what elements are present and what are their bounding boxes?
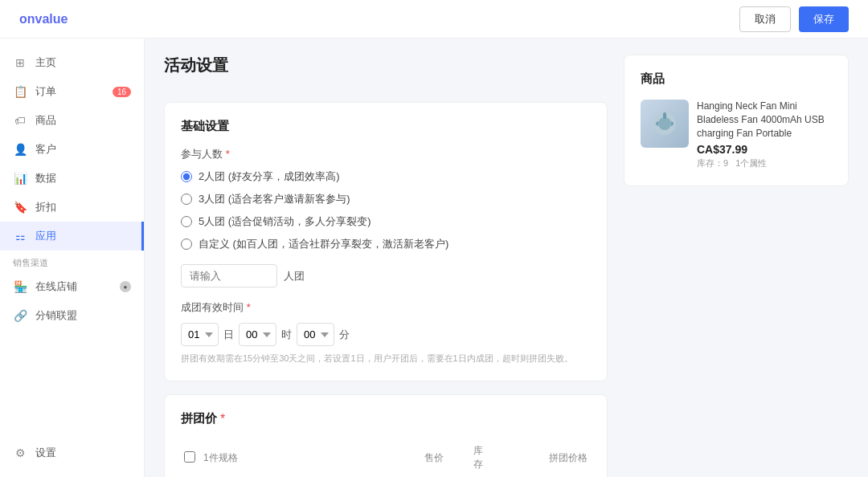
select-all-checkbox[interactable]: [184, 451, 195, 463]
cancel-button[interactable]: 取消: [739, 6, 791, 32]
product-image: [649, 108, 681, 140]
th-sale-price: 售价: [421, 438, 470, 477]
sales-channel-label: 销售渠道: [0, 251, 144, 272]
sidebar-item-settings[interactable]: ⚙ 设置: [0, 438, 144, 467]
radio-5-person[interactable]: 5人团 (适合促销活动，多人分享裂变): [181, 214, 591, 229]
customer-icon: 👤: [13, 142, 27, 157]
th-group-price: 拼团价格: [493, 438, 591, 477]
sidebar-item-discounts[interactable]: 🔖 折扣: [0, 193, 144, 222]
sidebar-item-orders[interactable]: 📋 订单 16: [0, 77, 144, 106]
sidebar-item-apps[interactable]: ⚏ 应用: [0, 222, 144, 251]
network-icon: 🔗: [13, 308, 27, 323]
apps-icon: ⚏: [13, 229, 27, 243]
product-panel-card: 商品 Hanging Neck Fan Mini Bladeless Fan 4…: [624, 55, 849, 186]
app-logo: onvalue: [19, 12, 68, 26]
home-icon: ⊞: [13, 55, 27, 70]
right-column: 商品 Hanging Neck Fan Mini Bladeless Fan 4…: [624, 55, 849, 461]
svg-rect-2: [663, 112, 666, 119]
radio-custom[interactable]: 自定义 (如百人团，适合社群分享裂变，激活新老客户): [181, 237, 591, 251]
sidebar: ⊞ 主页 📋 订单 16 🏷 商品 👤 客户 📊 数据 🔖 折扣 ⚏ 应用 销售…: [0, 39, 145, 477]
required-marker: *: [226, 148, 230, 160]
hour-label: 时: [281, 328, 292, 342]
th-spec: 1件规格: [200, 438, 421, 477]
store-settings-dot[interactable]: ●: [120, 281, 131, 292]
min-label: 分: [339, 328, 350, 342]
sidebar-item-products[interactable]: 🏷 商品: [0, 106, 144, 135]
duration-row: 01 日 00 时 00 分: [181, 323, 591, 346]
group-size-label: 参与人数 *: [181, 147, 591, 161]
sidebar-item-customers[interactable]: 👤 客户: [0, 135, 144, 164]
top-bar: onvalue 取消 保存: [0, 0, 868, 39]
save-button[interactable]: 保存: [799, 6, 849, 32]
duration-label: 成团有效时间 *: [181, 300, 591, 315]
radio-2-person[interactable]: 2人团 (好友分享，成团效率高): [181, 169, 591, 184]
group-price-title-row: 拼团价 *: [181, 411, 591, 426]
product-thumbnail: [641, 100, 689, 148]
sidebar-item-online-store[interactable]: 🏪 在线店铺 ●: [0, 272, 144, 301]
basic-settings-title: 基础设置: [181, 119, 591, 134]
main-layout: ⊞ 主页 📋 订单 16 🏷 商品 👤 客户 📊 数据 🔖 折扣 ⚏ 应用 销售…: [0, 39, 868, 477]
store-icon: 🏪: [13, 279, 27, 294]
chart-icon: 📊: [13, 171, 27, 186]
product-name: Hanging Neck Fan Mini Bladeless Fan 4000…: [697, 100, 832, 140]
th-stock: 库存: [470, 438, 492, 477]
page-title: 活动设置: [164, 55, 608, 76]
orders-badge: 16: [113, 87, 131, 97]
svg-point-1: [658, 117, 671, 130]
group-size-options: 2人团 (好友分享，成团效率高) 3人团 (适合老客户邀请新客参与) 5人团 (…: [181, 169, 591, 251]
group-price-title: 拼团价: [181, 411, 217, 426]
product-price: CA$37.99: [697, 143, 832, 156]
group-price-card: 拼团价 * 1件规格 售价: [164, 394, 608, 477]
order-icon: 📋: [13, 84, 27, 99]
sidebar-item-analytics[interactable]: 📊 数据: [0, 164, 144, 193]
duration-hours-select[interactable]: 01: [181, 323, 219, 346]
custom-size-suffix: 人团: [284, 269, 305, 283]
tag-icon: 🔖: [13, 200, 27, 214]
group-price-table: 1件规格 售价 库存 拼团价格: [181, 438, 591, 477]
custom-size-input[interactable]: [181, 264, 277, 287]
sidebar-item-home[interactable]: ⊞ 主页: [0, 48, 144, 77]
th-checkbox: [181, 438, 200, 477]
content-area: 活动设置 基础设置 参与人数 * 2人团 (好友分享，成团效率高) 3人团 (适…: [145, 39, 868, 477]
left-column: 活动设置 基础设置 参与人数 * 2人团 (好友分享，成团效率高) 3人团 (适…: [164, 55, 608, 461]
group-price-required: *: [220, 412, 225, 426]
gear-icon: ⚙: [13, 446, 27, 460]
duration-minutes-select[interactable]: 00: [239, 323, 276, 346]
radio-3-person[interactable]: 3人团 (适合老客户邀请新客参与): [181, 192, 591, 206]
duration-hint: 拼团有效期需在15分钟至30天之间，若设置1日，用户开团后，需要在1日内成团，超…: [181, 353, 591, 365]
product-info: Hanging Neck Fan Mini Bladeless Fan 4000…: [697, 100, 832, 169]
duration-seconds-select[interactable]: 00: [297, 323, 334, 346]
product-icon: 🏷: [13, 113, 27, 128]
basic-settings-card: 基础设置 参与人数 * 2人团 (好友分享，成团效率高) 3人团 (适合老客户邀…: [164, 102, 608, 381]
custom-size-row: 人团: [181, 264, 591, 287]
product-stock: 库存：9 1个属性: [697, 157, 832, 169]
product-panel-title: 商品: [641, 71, 832, 87]
sidebar-item-affiliate[interactable]: 🔗 分销联盟: [0, 301, 144, 330]
top-actions: 取消 保存: [739, 6, 849, 32]
product-card: Hanging Neck Fan Mini Bladeless Fan 4000…: [641, 100, 832, 169]
day-label: 日: [223, 328, 234, 342]
